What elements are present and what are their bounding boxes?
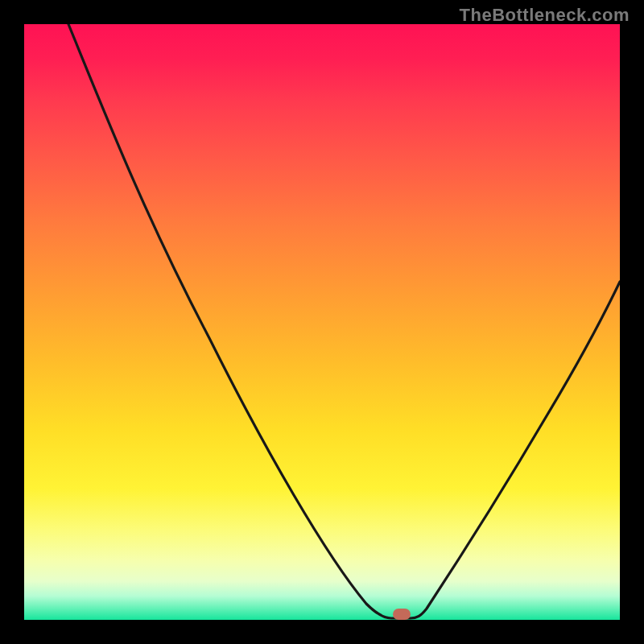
optimum-marker xyxy=(393,609,411,620)
bottleneck-mismatch-curve xyxy=(68,24,620,618)
plot-area xyxy=(24,24,620,620)
bottleneck-curve-svg xyxy=(24,24,620,620)
watermark-text: TheBottleneck.com xyxy=(460,5,630,26)
chart-container: TheBottleneck.com xyxy=(0,0,644,644)
